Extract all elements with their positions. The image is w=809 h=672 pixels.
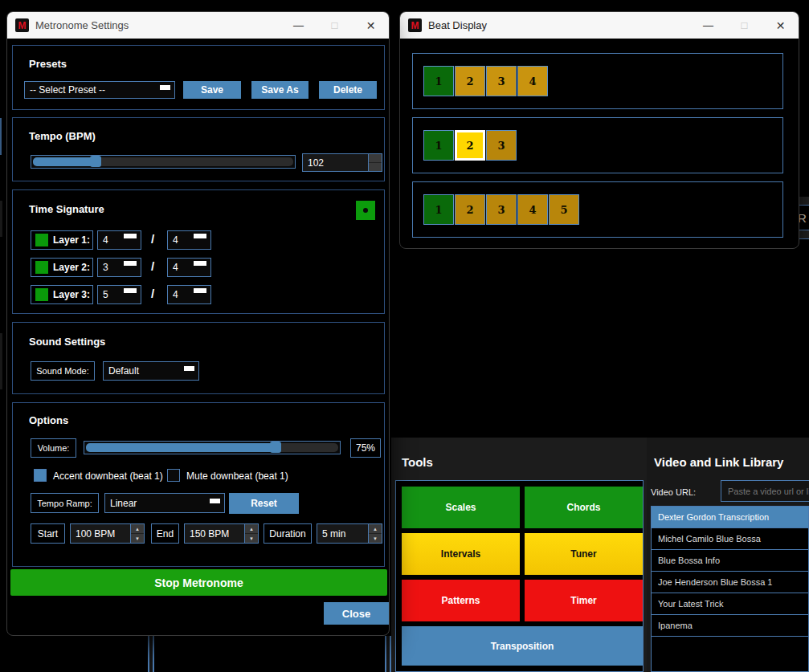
- duration-spinner[interactable]: 5 min ▲▼: [317, 523, 382, 544]
- close-button[interactable]: Close: [324, 602, 389, 625]
- tempo-spinner[interactable]: 102: [302, 153, 382, 172]
- spin-up-icon[interactable]: ▲: [131, 524, 144, 534]
- tool-button-transposition[interactable]: Transposition: [402, 626, 643, 666]
- volume-label: Volume:: [31, 438, 76, 458]
- background-panel-edge: [0, 201, 2, 237]
- video-url-input[interactable]: [721, 480, 809, 502]
- end-label: End: [151, 523, 179, 544]
- tempo-ramp-dropdown[interactable]: Linear: [104, 493, 225, 513]
- library-heading: Video and Link Library: [654, 455, 783, 469]
- tempo-ramp-label: Tempo Ramp:: [31, 493, 99, 513]
- start-bpm-spinner[interactable]: 100 BPM ▲▼: [70, 523, 145, 544]
- beat-square: 4: [517, 194, 548, 225]
- library-list-item[interactable]: Ipanema: [652, 615, 808, 637]
- beat-row-panel: 12345: [412, 181, 783, 238]
- layer-1-denominator-dropdown[interactable]: 4: [167, 230, 211, 250]
- video-link-library-section: Video and Link Library Video URL: Dexter…: [647, 438, 809, 672]
- time-signature-separator: /: [151, 232, 154, 246]
- tool-button-intervals[interactable]: Intervals: [402, 533, 520, 575]
- tempo-ramp-value: Linear: [110, 498, 137, 509]
- app-icon: M: [408, 18, 422, 32]
- save-as-button[interactable]: Save As: [251, 81, 308, 99]
- spin-up-icon[interactable]: ▲: [245, 524, 258, 534]
- tool-button-scales[interactable]: Scales: [402, 487, 520, 528]
- close-window-button[interactable]: ✕: [353, 12, 389, 39]
- library-list-item[interactable]: Dexter Gordon Transcription: [652, 507, 808, 528]
- layer-3-denominator-dropdown[interactable]: 4: [167, 285, 211, 304]
- beat-display-titlebar[interactable]: M Beat Display — □ ✕: [400, 12, 799, 39]
- dropdown-indicator-icon: [184, 366, 194, 371]
- close-window-button[interactable]: ✕: [762, 12, 799, 39]
- tempo-group: Tempo (BPM) 102: [12, 117, 385, 181]
- background-panel-edge: [385, 636, 391, 672]
- beat-square: 3: [486, 194, 517, 225]
- library-list-item[interactable]: Blue Bossa Info: [652, 550, 808, 572]
- library-list[interactable]: Dexter Gordon TranscriptionMichel Camilo…: [651, 506, 809, 672]
- tool-button-patterns[interactable]: Patterns: [402, 580, 520, 621]
- mute-downbeat-checkbox[interactable]: [167, 469, 180, 482]
- library-list-item[interactable]: Your Latest Trick: [652, 593, 808, 615]
- volume-value: 75%: [350, 438, 381, 458]
- sound-settings-heading: Sound Settings: [29, 336, 105, 348]
- dropdown-indicator-icon: [194, 234, 206, 238]
- spin-down-icon[interactable]: ▼: [245, 534, 258, 543]
- end-bpm-spinner[interactable]: 150 BPM ▲▼: [184, 523, 259, 544]
- tempo-value: 102: [308, 154, 324, 171]
- tap-preview-button[interactable]: [356, 201, 375, 220]
- sound-settings-group: Sound Settings Sound Mode: Default: [12, 322, 385, 394]
- preset-dropdown[interactable]: -- Select Preset --: [24, 81, 175, 99]
- tempo-slider-fill: [33, 157, 96, 166]
- spin-up-icon[interactable]: ▲: [369, 524, 382, 534]
- metronome-settings-window: M Metronome Settings — □ ✕ Presets -- Se…: [6, 11, 390, 636]
- sound-mode-dropdown[interactable]: Default: [103, 361, 199, 381]
- delete-button[interactable]: Delete: [319, 81, 377, 99]
- tool-button-timer[interactable]: Timer: [525, 580, 643, 621]
- layer-1-numerator-dropdown[interactable]: 4: [97, 230, 141, 250]
- accent-downbeat-checkbox[interactable]: [34, 469, 47, 482]
- start-label: Start: [31, 523, 65, 544]
- reset-button[interactable]: Reset: [229, 493, 299, 514]
- spin-up-icon[interactable]: [369, 154, 382, 163]
- time-signature-separator: /: [151, 259, 154, 273]
- tools-grid: ScalesChordsIntervalsTunerPatternsTimerT…: [402, 487, 637, 668]
- layer-enabled-indicator: [35, 234, 48, 246]
- layer-3-numerator-dropdown[interactable]: 5: [97, 285, 141, 304]
- minimize-button[interactable]: —: [280, 12, 317, 39]
- maximize-button[interactable]: □: [726, 12, 762, 39]
- layer-2-numerator-dropdown[interactable]: 3: [97, 258, 141, 277]
- beat-row-panel: 123: [412, 117, 783, 173]
- background-panel-edge: [0, 333, 2, 389]
- beat-square: 2: [455, 66, 485, 96]
- volume-slider-fill: [86, 443, 276, 452]
- minimize-button[interactable]: —: [690, 12, 726, 39]
- tempo-slider[interactable]: [31, 155, 296, 169]
- beat-square: 3: [486, 66, 517, 96]
- save-button[interactable]: Save: [183, 81, 241, 99]
- library-list-item[interactable]: Michel Camilo Blue Bossa: [652, 528, 808, 550]
- layer-3-toggle[interactable]: Layer 3:: [31, 285, 93, 304]
- layer-2-toggle[interactable]: Layer 2:: [31, 258, 93, 277]
- stop-metronome-button[interactable]: Stop Metronome: [10, 569, 387, 596]
- dropdown-indicator-icon: [194, 261, 206, 266]
- maximize-button[interactable]: □: [317, 12, 353, 39]
- layer-1-toggle[interactable]: Layer 1:: [31, 230, 93, 250]
- tool-button-tuner[interactable]: Tuner: [525, 533, 643, 575]
- layer-2-denominator-dropdown[interactable]: 4: [167, 258, 211, 277]
- tempo-slider-handle[interactable]: [90, 156, 101, 167]
- volume-slider[interactable]: [84, 441, 341, 454]
- spin-down-icon[interactable]: ▼: [369, 534, 382, 543]
- sound-mode-value: Default: [108, 365, 139, 377]
- preset-dropdown-value: -- Select Preset --: [30, 84, 105, 96]
- start-bpm-value: 100 BPM: [76, 524, 115, 543]
- background-panel-edge: [148, 636, 154, 672]
- mute-downbeat-label: Mute downbeat (beat 1): [186, 470, 288, 482]
- spin-down-icon[interactable]: ▼: [131, 534, 144, 543]
- spin-down-icon[interactable]: [369, 163, 382, 171]
- library-list-item[interactable]: Joe Henderson Blue Bossa 1: [652, 572, 808, 593]
- tool-button-chords[interactable]: Chords: [525, 487, 643, 528]
- settings-titlebar[interactable]: M Metronome Settings — □ ✕: [7, 12, 389, 39]
- dropdown-indicator-icon: [124, 288, 137, 293]
- time-signature-heading: Time Signature: [29, 203, 104, 215]
- dropdown-indicator-icon: [124, 234, 137, 238]
- volume-slider-handle[interactable]: [270, 442, 281, 453]
